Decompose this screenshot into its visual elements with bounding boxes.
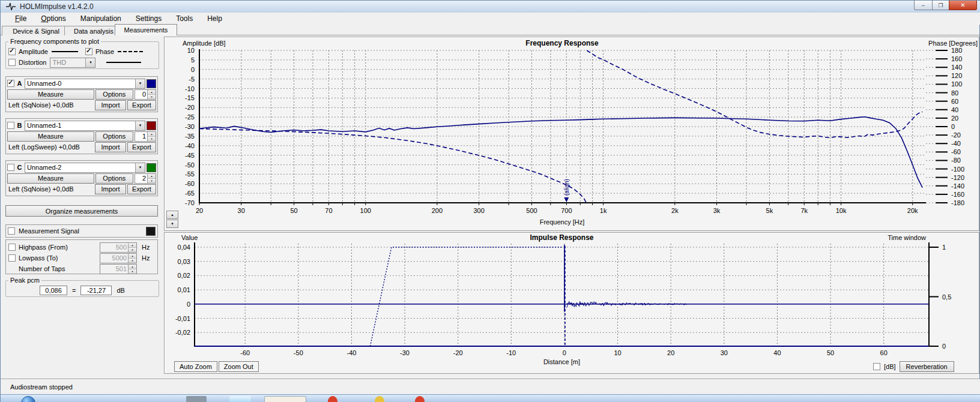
- lowpass-checkbox[interactable]: [8, 254, 16, 262]
- highpass-spinner[interactable]: 500 ▲▼: [100, 242, 137, 253]
- taskbar-icon[interactable]: [375, 396, 384, 402]
- menu-item-options[interactable]: Options: [34, 13, 73, 24]
- svg-text:160: 160: [951, 55, 962, 62]
- svg-text:0: 0: [951, 123, 955, 130]
- lowpass-spinner[interactable]: 5000 ▲▼: [100, 253, 137, 263]
- distortion-mode-combo[interactable]: THD ▼: [50, 58, 95, 68]
- splitter-down-button[interactable]: ▼: [166, 220, 178, 228]
- close-button[interactable]: ✕: [949, 1, 977, 10]
- import-b-button[interactable]: Import: [95, 142, 126, 152]
- taskbar-active-app[interactable]: [264, 396, 306, 402]
- order-c-spinner[interactable]: 2 ▲▼: [135, 173, 156, 184]
- spinner-arrows-icon[interactable]: ▲▼: [128, 254, 136, 263]
- svg-text:60: 60: [880, 349, 888, 356]
- spinner-arrows-icon[interactable]: ▲▼: [128, 265, 136, 274]
- spinner-arrows-icon[interactable]: ▲▼: [147, 174, 156, 183]
- spinner-arrows-icon[interactable]: ▲▼: [128, 243, 136, 252]
- reverberation-button[interactable]: Reverberation: [900, 361, 954, 372]
- export-b-button[interactable]: Export: [127, 142, 156, 152]
- measurement-signal-color-swatch[interactable]: [146, 227, 156, 236]
- taskbar-icon[interactable]: [186, 396, 207, 402]
- menu-item-help[interactable]: Help: [200, 13, 229, 24]
- measurement-c-name-combo[interactable]: Unnamed-2 ▼: [25, 163, 145, 173]
- impulse-response-chart[interactable]: 0,040,030,020,010-0,01-0,02-60-50-40-30-…: [164, 232, 979, 374]
- tab-measurements[interactable]: Measurements: [115, 24, 177, 35]
- order-b-spinner[interactable]: 1 ▲▼: [135, 131, 156, 142]
- svg-text:-0,01: -0,01: [175, 315, 190, 322]
- splitter-up-button[interactable]: ▲: [166, 211, 178, 219]
- phase-checkbox[interactable]: [85, 48, 92, 55]
- spinner-arrows-icon[interactable]: ▲▼: [147, 132, 156, 141]
- menu-item-file[interactable]: File: [8, 13, 34, 24]
- measure-a-button[interactable]: Measure: [7, 89, 94, 100]
- peak-db-unit: dB: [116, 287, 124, 294]
- menu-item-tools[interactable]: Tools: [169, 13, 200, 24]
- taps-spinner[interactable]: 501 ▲▼: [100, 264, 137, 274]
- taskbar-icon[interactable]: [229, 396, 251, 402]
- chevron-down-icon[interactable]: ▼: [135, 163, 145, 172]
- title-bar[interactable]: HOLMImpulse v1.4.2.0 – ❐ ✕: [1, 1, 980, 13]
- app-window: HOLMImpulse v1.4.2.0 – ❐ ✕ FileOptionsMa…: [0, 0, 980, 402]
- spinner-arrows-icon[interactable]: ▲▼: [147, 90, 156, 99]
- measurement-b-checkbox[interactable]: [7, 122, 14, 129]
- amplitude-checkbox[interactable]: [8, 48, 16, 55]
- measure-c-button[interactable]: Measure: [7, 173, 94, 184]
- measurement-c-checkbox[interactable]: [7, 164, 14, 171]
- svg-text:-65: -65: [185, 190, 195, 197]
- measurement-b-name-combo[interactable]: Unnamed-1 ▼: [25, 121, 145, 131]
- svg-text:-40: -40: [951, 140, 961, 147]
- peak-pcm-value: 0,086: [40, 286, 67, 295]
- svg-text:0,01: 0,01: [178, 286, 190, 293]
- options-b-button[interactable]: Options: [95, 131, 133, 142]
- tab-device-signal[interactable]: Device & Signal: [2, 26, 70, 35]
- import-a-button[interactable]: Import: [95, 100, 126, 110]
- minimize-button[interactable]: –: [914, 1, 933, 10]
- menu-item-manipulation[interactable]: Manipulation: [73, 13, 129, 24]
- lowpass-unit: Hz: [142, 254, 155, 262]
- taskbar-icon[interactable]: [415, 396, 425, 402]
- svg-text:Distance [m]: Distance [m]: [543, 358, 580, 365]
- peak-pcm-title: Peak pcm: [8, 277, 41, 284]
- import-c-button[interactable]: Import: [95, 184, 126, 194]
- svg-text:-180: -180: [951, 199, 964, 206]
- measurement-a-name-combo[interactable]: Unnamed-0 ▼: [25, 79, 145, 89]
- measurement-c-color-swatch[interactable]: [147, 163, 156, 172]
- taskbar-icon[interactable]: [328, 396, 337, 402]
- auto-zoom-button[interactable]: Auto Zoom: [174, 361, 217, 372]
- start-button[interactable]: [21, 396, 35, 402]
- svg-text:-50: -50: [294, 349, 303, 356]
- export-c-button[interactable]: Export: [127, 184, 156, 194]
- svg-text:0: 0: [563, 349, 566, 356]
- chevron-down-icon[interactable]: ▼: [85, 58, 95, 67]
- menu-item-settings[interactable]: Settings: [129, 13, 169, 24]
- measurement-a-color-swatch[interactable]: [147, 79, 156, 88]
- frequency-response-chart[interactable]: 1050-5-10-15-20-25-30-35-40-45-50-55-60-…: [164, 37, 979, 231]
- export-a-button[interactable]: Export: [127, 100, 156, 110]
- maximize-button[interactable]: ❐: [932, 1, 949, 10]
- measurement-signal-checkbox[interactable]: [8, 227, 15, 235]
- chevron-down-icon[interactable]: ▼: [135, 79, 145, 88]
- svg-text:20: 20: [951, 115, 958, 122]
- measure-b-button[interactable]: Measure: [7, 131, 94, 142]
- highpass-checkbox[interactable]: [8, 244, 16, 251]
- options-c-button[interactable]: Options: [95, 173, 133, 184]
- db-checkbox[interactable]: [873, 363, 880, 370]
- frequency-response-plot[interactable]: 1050-5-10-15-20-25-30-35-40-45-50-55-60-…: [165, 37, 978, 229]
- distortion-checkbox[interactable]: [8, 59, 16, 66]
- options-a-button[interactable]: Options: [95, 89, 133, 100]
- organize-measurements-button[interactable]: Organize measurements: [5, 205, 158, 217]
- order-c-value: 2: [135, 174, 147, 183]
- measurement-a-checkbox[interactable]: [7, 80, 14, 87]
- window-title: HOLMImpulse v1.4.2.0: [20, 2, 94, 11]
- impulse-response-plot[interactable]: 0,040,030,020,010-0,01-0,02-60-50-40-30-…: [165, 233, 978, 372]
- svg-text:30: 30: [238, 207, 245, 214]
- measurement-b-color-swatch[interactable]: [147, 121, 156, 130]
- svg-text:500: 500: [526, 207, 537, 214]
- svg-text:-10: -10: [506, 349, 516, 356]
- chevron-down-icon[interactable]: ▼: [135, 121, 145, 130]
- svg-text:-30: -30: [185, 123, 195, 130]
- svg-text:30: 30: [721, 349, 728, 356]
- order-a-spinner[interactable]: 0 ▲▼: [135, 89, 156, 100]
- svg-text:-50: -50: [185, 161, 195, 169]
- zoom-out-button[interactable]: Zoom Out: [219, 361, 259, 372]
